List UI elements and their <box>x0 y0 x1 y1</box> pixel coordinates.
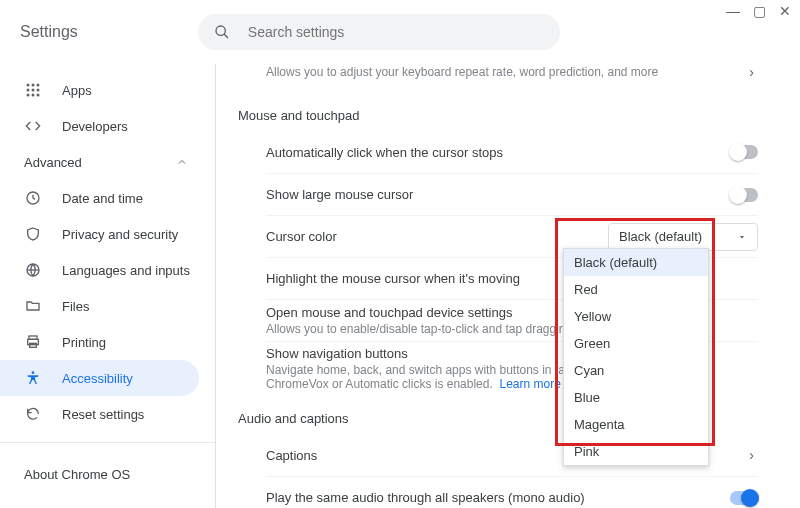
chevron-down-icon <box>737 232 747 242</box>
sidebar-item-printing[interactable]: Printing <box>0 324 199 360</box>
accessibility-icon <box>24 369 42 387</box>
svg-point-8 <box>27 94 30 97</box>
svg-point-5 <box>27 89 30 92</box>
dropdown-option[interactable]: Blue <box>564 384 708 411</box>
svg-point-7 <box>37 89 40 92</box>
search-icon <box>214 24 230 40</box>
row-autoclick[interactable]: Automatically click when the cursor stop… <box>266 131 758 173</box>
toggle-autoclick[interactable] <box>730 145 758 159</box>
sidebar-item-privacy-security[interactable]: Privacy and security <box>0 216 199 252</box>
dropdown-option[interactable]: Green <box>564 330 708 357</box>
main-content: Allows you to adjust your keyboard repea… <box>216 64 800 508</box>
svg-point-2 <box>27 84 30 87</box>
row-label: Automatically click when the cursor stop… <box>266 145 730 160</box>
sidebar-item-label: Languages and inputs <box>62 263 190 278</box>
sidebar: Apps Developers Advanced Date and time P… <box>0 64 216 508</box>
shield-icon <box>24 225 42 243</box>
dropdown-value: Black (default) <box>619 229 702 244</box>
sidebar-divider <box>0 442 215 443</box>
toggle-large-cursor[interactable] <box>730 188 758 202</box>
cursor-color-dropdown-list[interactable]: Black (default)RedYellowGreenCyanBlueMag… <box>563 248 709 466</box>
svg-point-9 <box>32 94 35 97</box>
row-large-cursor[interactable]: Show large mouse cursor <box>266 173 758 215</box>
apps-icon <box>24 81 42 99</box>
folder-icon <box>24 297 42 315</box>
keyboard-helper-text: Allows you to adjust your keyboard repea… <box>266 65 658 79</box>
sidebar-item-label: Printing <box>62 335 106 350</box>
code-icon <box>24 117 42 135</box>
row-label: Show large mouse cursor <box>266 187 730 202</box>
sidebar-item-accessibility[interactable]: Accessibility <box>0 360 199 396</box>
svg-point-17 <box>32 371 35 374</box>
svg-point-3 <box>32 84 35 87</box>
svg-point-10 <box>37 94 40 97</box>
search-bar[interactable] <box>198 14 560 50</box>
svg-rect-16 <box>30 343 37 347</box>
sidebar-item-reset[interactable]: Reset settings <box>0 396 199 432</box>
sidebar-item-files[interactable]: Files <box>0 288 199 324</box>
dropdown-option[interactable]: Black (default) <box>564 249 708 276</box>
sidebar-item-label: Files <box>62 299 89 314</box>
sidebar-item-apps[interactable]: Apps <box>0 72 199 108</box>
row-mono-audio[interactable]: Play the same audio through all speakers… <box>266 476 758 508</box>
sidebar-item-developers[interactable]: Developers <box>0 108 199 144</box>
window-minimize-button[interactable]: — <box>726 4 740 18</box>
sidebar-item-about[interactable]: About Chrome OS <box>0 453 215 496</box>
dropdown-option[interactable]: Cyan <box>564 357 708 384</box>
reset-icon <box>24 405 42 423</box>
cursor-color-dropdown[interactable]: Black (default) <box>608 223 758 251</box>
learn-more-link[interactable]: Learn more <box>499 377 560 391</box>
sidebar-item-label: Accessibility <box>62 371 133 386</box>
search-input[interactable] <box>246 23 544 41</box>
chevron-right-icon: › <box>745 447 758 463</box>
dropdown-option[interactable]: Magenta <box>564 411 708 438</box>
sidebar-item-label: Privacy and security <box>62 227 178 242</box>
clock-icon <box>24 189 42 207</box>
svg-marker-18 <box>740 236 744 238</box>
sidebar-item-label: Apps <box>62 83 92 98</box>
svg-point-4 <box>37 84 40 87</box>
sidebar-section-label: Advanced <box>24 155 82 170</box>
svg-point-6 <box>32 89 35 92</box>
chevron-right-icon[interactable]: › <box>745 64 758 80</box>
chevron-up-icon <box>173 153 191 171</box>
sidebar-section-advanced[interactable]: Advanced <box>0 144 215 180</box>
row-label: Play the same audio through all speakers… <box>266 490 730 505</box>
sidebar-item-label: Reset settings <box>62 407 144 422</box>
dropdown-option[interactable]: Red <box>564 276 708 303</box>
dropdown-option[interactable]: Pink <box>564 438 708 465</box>
sidebar-item-date-time[interactable]: Date and time <box>0 180 199 216</box>
sidebar-item-languages[interactable]: Languages and inputs <box>0 252 199 288</box>
window-maximize-button[interactable]: ▢ <box>752 4 766 18</box>
dropdown-option[interactable]: Yellow <box>564 303 708 330</box>
printer-icon <box>24 333 42 351</box>
sidebar-item-label: Developers <box>62 119 128 134</box>
sidebar-item-label: Date and time <box>62 191 143 206</box>
window-close-button[interactable]: ✕ <box>778 4 792 18</box>
svg-line-1 <box>224 34 228 38</box>
app-title: Settings <box>20 23 78 41</box>
section-mouse-touchpad: Mouse and touchpad <box>238 108 758 123</box>
svg-point-0 <box>216 26 225 35</box>
toggle-mono-audio[interactable] <box>730 491 758 505</box>
globe-icon <box>24 261 42 279</box>
row-label: Cursor color <box>266 229 608 244</box>
